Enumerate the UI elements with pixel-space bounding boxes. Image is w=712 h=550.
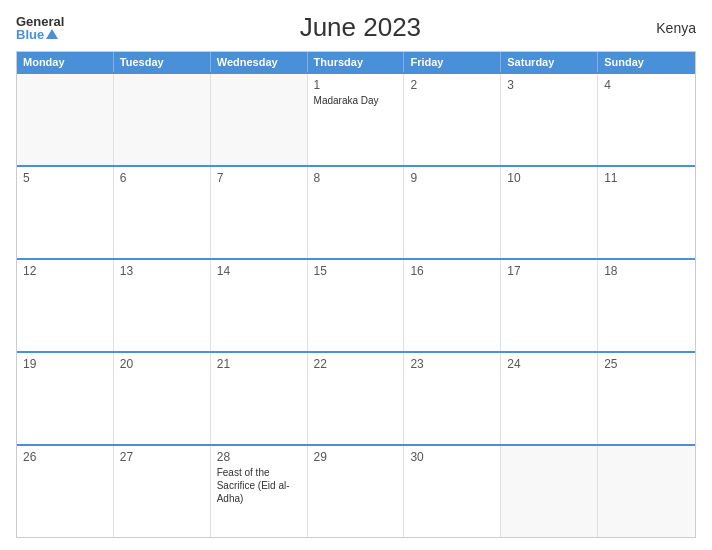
day-26: 26 — [23, 450, 107, 464]
cell-w3-fri: 16 — [404, 260, 501, 351]
cell-w1-sat: 3 — [501, 74, 598, 165]
cell-w5-sat — [501, 446, 598, 537]
day-4: 4 — [604, 78, 689, 92]
cell-w1-tue — [114, 74, 211, 165]
day-5: 5 — [23, 171, 107, 185]
week-1: 1 Madaraka Day 2 3 4 — [17, 72, 695, 165]
day-14: 14 — [217, 264, 301, 278]
day-12: 12 — [23, 264, 107, 278]
cell-w2-sat: 10 — [501, 167, 598, 258]
logo-blue-text: Blue — [16, 28, 44, 41]
cell-w2-thu: 8 — [308, 167, 405, 258]
day-18: 18 — [604, 264, 689, 278]
cell-w4-tue: 20 — [114, 353, 211, 444]
cell-w1-wed — [211, 74, 308, 165]
cell-w5-sun — [598, 446, 695, 537]
week-2: 5 6 7 8 9 10 11 — [17, 165, 695, 258]
week-4: 19 20 21 22 23 24 25 — [17, 351, 695, 444]
day-1: 1 — [314, 78, 398, 92]
calendar-title: June 2023 — [300, 12, 421, 43]
cell-w1-thu: 1 Madaraka Day — [308, 74, 405, 165]
day-3: 3 — [507, 78, 591, 92]
logo-triangle-icon — [46, 29, 58, 39]
calendar-header: General Blue June 2023 Kenya — [16, 12, 696, 43]
day-27: 27 — [120, 450, 204, 464]
day-8: 8 — [314, 171, 398, 185]
country-label: Kenya — [656, 20, 696, 36]
calendar: Monday Tuesday Wednesday Thursday Friday… — [16, 51, 696, 538]
day-11: 11 — [604, 171, 689, 185]
cell-w4-sat: 24 — [501, 353, 598, 444]
day-17: 17 — [507, 264, 591, 278]
col-saturday: Saturday — [501, 52, 598, 72]
event-madaraka: Madaraka Day — [314, 95, 379, 106]
logo-general-text: General — [16, 15, 64, 28]
cell-w2-fri: 9 — [404, 167, 501, 258]
day-30: 30 — [410, 450, 494, 464]
day-22: 22 — [314, 357, 398, 371]
cell-w5-fri: 30 — [404, 446, 501, 537]
day-20: 20 — [120, 357, 204, 371]
col-tuesday: Tuesday — [114, 52, 211, 72]
day-25: 25 — [604, 357, 689, 371]
cell-w3-wed: 14 — [211, 260, 308, 351]
col-friday: Friday — [404, 52, 501, 72]
col-monday: Monday — [17, 52, 114, 72]
cell-w5-tue: 27 — [114, 446, 211, 537]
cell-w5-mon: 26 — [17, 446, 114, 537]
week-3: 12 13 14 15 16 17 18 — [17, 258, 695, 351]
cell-w3-thu: 15 — [308, 260, 405, 351]
cell-w5-wed: 28 Feast of the Sacrifice (Eid al-Adha) — [211, 446, 308, 537]
cell-w2-wed: 7 — [211, 167, 308, 258]
day-2: 2 — [410, 78, 494, 92]
day-28: 28 — [217, 450, 301, 464]
cell-w4-thu: 22 — [308, 353, 405, 444]
cell-w2-tue: 6 — [114, 167, 211, 258]
logo: General Blue — [16, 15, 64, 41]
cell-w3-tue: 13 — [114, 260, 211, 351]
cell-w4-wed: 21 — [211, 353, 308, 444]
day-13: 13 — [120, 264, 204, 278]
day-10: 10 — [507, 171, 591, 185]
calendar-body: 1 Madaraka Day 2 3 4 5 6 — [17, 72, 695, 537]
cell-w5-thu: 29 — [308, 446, 405, 537]
cell-w4-mon: 19 — [17, 353, 114, 444]
cell-w4-fri: 23 — [404, 353, 501, 444]
day-24: 24 — [507, 357, 591, 371]
page: General Blue June 2023 Kenya Monday Tues… — [0, 0, 712, 550]
cell-w4-sun: 25 — [598, 353, 695, 444]
col-thursday: Thursday — [308, 52, 405, 72]
day-23: 23 — [410, 357, 494, 371]
day-16: 16 — [410, 264, 494, 278]
event-eid: Feast of the Sacrifice (Eid al-Adha) — [217, 467, 290, 504]
cell-w2-mon: 5 — [17, 167, 114, 258]
day-7: 7 — [217, 171, 301, 185]
calendar-header-row: Monday Tuesday Wednesday Thursday Friday… — [17, 52, 695, 72]
week-5: 26 27 28 Feast of the Sacrifice (Eid al-… — [17, 444, 695, 537]
cell-w3-sat: 17 — [501, 260, 598, 351]
cell-w1-sun: 4 — [598, 74, 695, 165]
col-wednesday: Wednesday — [211, 52, 308, 72]
cell-w1-fri: 2 — [404, 74, 501, 165]
day-19: 19 — [23, 357, 107, 371]
day-29: 29 — [314, 450, 398, 464]
day-6: 6 — [120, 171, 204, 185]
day-9: 9 — [410, 171, 494, 185]
cell-w1-mon — [17, 74, 114, 165]
cell-w2-sun: 11 — [598, 167, 695, 258]
day-15: 15 — [314, 264, 398, 278]
day-21: 21 — [217, 357, 301, 371]
cell-w3-sun: 18 — [598, 260, 695, 351]
col-sunday: Sunday — [598, 52, 695, 72]
cell-w3-mon: 12 — [17, 260, 114, 351]
